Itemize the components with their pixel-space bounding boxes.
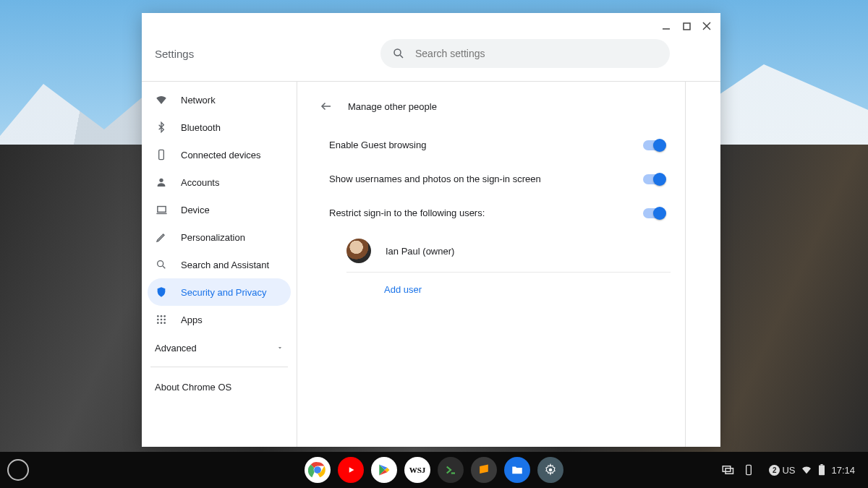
chevron-down-icon [276, 344, 284, 351]
status-area[interactable]: 2US 17:14 [763, 461, 861, 479]
app-wsj[interactable]: WSJ [404, 457, 430, 483]
svg-point-23 [314, 466, 321, 474]
svg-point-13 [161, 315, 163, 317]
svg-rect-30 [821, 464, 823, 466]
search-input[interactable] [415, 48, 658, 59]
wifi-status-icon [801, 464, 812, 476]
tray-overview-icon[interactable] [721, 463, 734, 476]
svg-point-18 [157, 322, 159, 324]
svg-rect-6 [159, 150, 164, 159]
setting-label: Enable Guest browsing [329, 140, 426, 150]
svg-line-11 [163, 266, 165, 268]
add-user-button[interactable]: Add user [312, 273, 671, 307]
notification-badge: 2 [769, 465, 780, 476]
svg-point-10 [158, 261, 163, 267]
wifi-icon [155, 93, 168, 106]
sidebar-item-search-assistant[interactable]: Search and Assistant [148, 251, 291, 278]
svg-point-19 [161, 322, 163, 324]
phone-icon [155, 148, 168, 161]
sidebar-about[interactable]: About Chrome OS [148, 372, 291, 403]
svg-point-12 [157, 315, 159, 317]
advanced-label: Advanced [155, 343, 197, 354]
svg-point-4 [394, 49, 401, 56]
setting-label: Show usernames and photos on the sign-in… [329, 174, 541, 184]
toggle-restrict-signin[interactable] [643, 208, 665, 218]
ime-indicator: US [782, 465, 795, 476]
setting-row-guest-browsing: Enable Guest browsing [312, 128, 671, 162]
svg-rect-8 [157, 206, 165, 212]
shield-icon [155, 286, 168, 299]
minimize-button[interactable] [661, 21, 671, 31]
svg-rect-28 [746, 465, 752, 474]
content-area: Manage other people Enable Guest browsin… [297, 82, 686, 447]
svg-rect-29 [819, 466, 825, 476]
tray-phone-icon[interactable] [743, 464, 754, 476]
toggle-show-usernames[interactable] [643, 174, 665, 184]
search-icon [155, 258, 168, 271]
app-play-store[interactable] [371, 457, 397, 483]
app-chrome[interactable] [305, 457, 331, 483]
sidebar: Network Bluetooth Connected devices Acco… [142, 82, 297, 447]
sidebar-item-label: Device [181, 205, 210, 215]
avatar [346, 239, 371, 263]
svg-point-15 [157, 319, 159, 321]
page-title: Manage other people [348, 101, 437, 112]
launcher-button[interactable] [7, 459, 29, 481]
pencil-icon [155, 231, 168, 244]
system-tray[interactable]: 2US 17:14 [721, 461, 861, 479]
battery-status-icon [818, 464, 825, 476]
search-icon [392, 47, 405, 60]
svg-point-20 [163, 322, 166, 324]
right-margin [686, 82, 720, 447]
setting-row-restrict-signin: Restrict sign-in to the following users: [312, 196, 671, 230]
close-button[interactable] [702, 21, 712, 31]
user-row: Ian Paul (owner) [312, 230, 671, 272]
sidebar-item-label: Accounts [181, 177, 219, 188]
person-icon [155, 176, 168, 189]
app-sublime[interactable] [471, 457, 497, 483]
svg-point-25 [549, 468, 553, 472]
app-title: Settings [155, 48, 343, 60]
svg-point-14 [163, 315, 166, 317]
search-bar[interactable] [380, 39, 670, 68]
svg-line-5 [400, 55, 403, 58]
shelf: WSJ 2US 17:14 [0, 452, 868, 488]
sidebar-item-label: Connected devices [181, 150, 261, 160]
app-terminal[interactable] [438, 457, 464, 483]
setting-label: Restrict sign-in to the following users: [329, 207, 485, 218]
setting-row-show-usernames: Show usernames and photos on the sign-in… [312, 162, 671, 196]
app-files[interactable] [504, 457, 530, 483]
maximize-button[interactable] [681, 21, 692, 31]
sidebar-item-label: Network [181, 95, 216, 106]
sidebar-item-network[interactable]: Network [148, 86, 291, 114]
window-titlebar [142, 13, 720, 39]
sidebar-item-label: Personalization [181, 232, 245, 243]
sidebar-item-apps[interactable]: Apps [148, 306, 291, 333]
back-button[interactable] [316, 96, 336, 116]
shelf-apps: WSJ [305, 457, 563, 483]
sidebar-item-personalization[interactable]: Personalization [148, 223, 291, 251]
sidebar-item-connected-devices[interactable]: Connected devices [148, 141, 291, 168]
svg-point-7 [159, 179, 163, 182]
sidebar-item-label: Apps [181, 314, 203, 325]
app-settings[interactable] [537, 457, 563, 483]
svg-point-17 [163, 319, 166, 321]
sidebar-item-bluetooth[interactable]: Bluetooth [148, 114, 291, 141]
apps-grid-icon [155, 313, 168, 326]
svg-point-16 [161, 319, 163, 321]
toggle-guest-browsing[interactable] [643, 140, 665, 150]
svg-rect-1 [684, 23, 690, 30]
sidebar-advanced[interactable]: Advanced [148, 333, 291, 362]
bluetooth-icon [155, 121, 168, 134]
settings-window: Settings Network Bluetooth Connected dev… [142, 13, 720, 447]
sidebar-item-accounts[interactable]: Accounts [148, 168, 291, 196]
sidebar-item-label: Security and Privacy [181, 287, 267, 298]
sidebar-item-security-privacy[interactable]: Security and Privacy [148, 278, 291, 306]
app-youtube[interactable] [338, 457, 364, 483]
sidebar-item-device[interactable]: Device [148, 196, 291, 223]
clock: 17:14 [831, 465, 855, 476]
user-name: Ian Paul (owner) [386, 246, 454, 257]
sidebar-item-label: Search and Assistant [181, 260, 269, 270]
header: Settings [142, 39, 720, 81]
divider [150, 367, 288, 367]
